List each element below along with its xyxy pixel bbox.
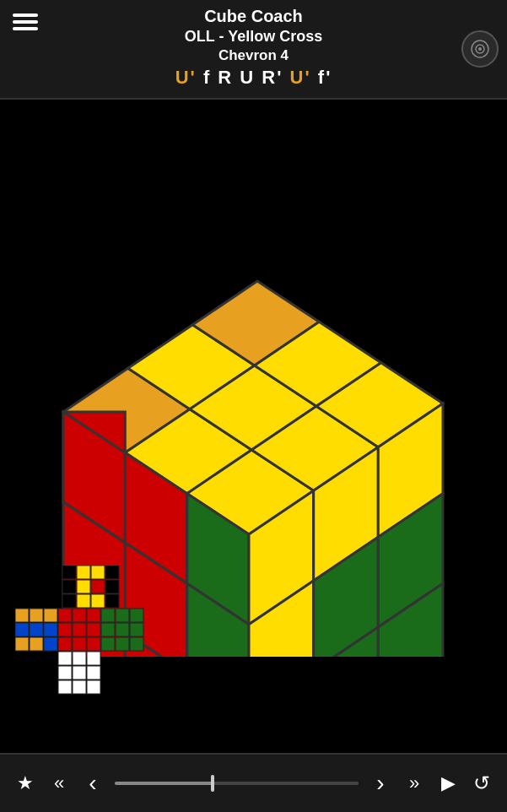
net-front-1-2 (87, 623, 100, 636)
net-bot-1-0 (58, 666, 72, 679)
net-front-2-1 (73, 637, 86, 651)
net-right-0-1 (116, 609, 129, 622)
net-right-2-0 (101, 637, 115, 651)
svg-point-2 (478, 47, 482, 51)
net-top-2-0 (62, 594, 76, 608)
play-button[interactable]: ▶ (431, 766, 465, 800)
cube-net-svg (15, 566, 197, 696)
net-top-1-3 (105, 580, 119, 593)
net-right-1-0 (101, 623, 115, 636)
subtitle: OLL - Yellow Cross (0, 27, 507, 46)
net-top-1-0 (62, 580, 76, 593)
toolbar: ★ « ‹ › » ▶ ↺ (0, 753, 507, 812)
alg-part-3: U' (290, 67, 311, 88)
alg-part-2: f R U R' (203, 67, 283, 88)
forward-button[interactable]: » (397, 766, 431, 800)
net-front-1-0 (58, 623, 72, 636)
net-top-0-0 (62, 566, 76, 579)
net-left-2-0 (15, 637, 29, 651)
net-bot-2-0 (58, 680, 72, 694)
rewind-button[interactable]: « (42, 766, 76, 800)
next-button[interactable]: › (364, 766, 397, 800)
net-top-2-1 (77, 594, 90, 608)
step-name: Chevron 4 (0, 46, 507, 65)
net-top-2-3 (105, 594, 119, 608)
net-right-0-0 (101, 609, 115, 622)
net-front-0-1 (73, 609, 86, 622)
net-top-0-1 (77, 566, 90, 579)
progress-thumb (211, 775, 214, 792)
net-right-2-1 (116, 637, 129, 651)
menu-icon-line3 (13, 27, 38, 30)
net-right-2-2 (130, 637, 143, 651)
net-front-2-2 (87, 637, 100, 651)
speaker-icon (470, 39, 490, 59)
net-bottom-face (58, 652, 100, 694)
net-front-1-1 (73, 623, 86, 636)
net-left-0-2 (44, 609, 57, 622)
net-bot-1-2 (87, 666, 100, 679)
algorithm-display: U' f R U R' U' f' (0, 65, 507, 91)
alg-part-1: U' (175, 67, 197, 88)
app-title: Cube Coach (0, 5, 507, 27)
net-front-0-2 (87, 609, 100, 622)
progress-bar-fill (115, 782, 213, 785)
net-bot-0-1 (73, 652, 86, 665)
net-bot-2-1 (73, 680, 86, 694)
menu-icon-line1 (13, 14, 38, 17)
prev-button[interactable]: ‹ (76, 766, 110, 800)
net-bot-1-1 (73, 666, 86, 679)
net-bot-0-0 (58, 652, 72, 665)
net-top-1-2 (91, 580, 105, 593)
net-left-1-0 (15, 623, 29, 636)
net-top-0-3 (105, 566, 119, 579)
net-left-1-1 (30, 623, 43, 636)
net-top-2-2 (91, 594, 105, 608)
speaker-button[interactable] (461, 30, 499, 68)
alg-part-4: f' (318, 67, 332, 88)
star-button[interactable]: ★ (8, 766, 42, 800)
header: Cube Coach OLL - Yellow Cross Chevron 4 … (0, 0, 507, 100)
menu-button[interactable] (7, 7, 44, 37)
net-bot-2-2 (87, 680, 100, 694)
net-bot-0-2 (87, 652, 100, 665)
net-middle (15, 609, 143, 651)
main-area (0, 100, 507, 716)
net-top-0-2 (91, 566, 105, 579)
net-front-2-0 (58, 637, 72, 651)
net-top-1-1 (77, 580, 90, 593)
net-left-2-1 (30, 637, 43, 651)
net-top-face (62, 566, 119, 608)
net-left-0-1 (30, 609, 43, 622)
progress-bar-container[interactable] (115, 782, 359, 785)
net-right-0-2 (130, 609, 143, 622)
net-right-1-1 (116, 623, 129, 636)
net-left-2-2 (44, 637, 57, 651)
net-right-1-2 (130, 623, 143, 636)
net-front-0-0 (58, 609, 72, 622)
cross-map (15, 566, 201, 701)
reset-button[interactable]: ↺ (465, 766, 499, 800)
net-left-1-2 (44, 623, 57, 636)
net-left-0-0 (15, 609, 29, 622)
menu-icon-line2 (13, 20, 38, 24)
